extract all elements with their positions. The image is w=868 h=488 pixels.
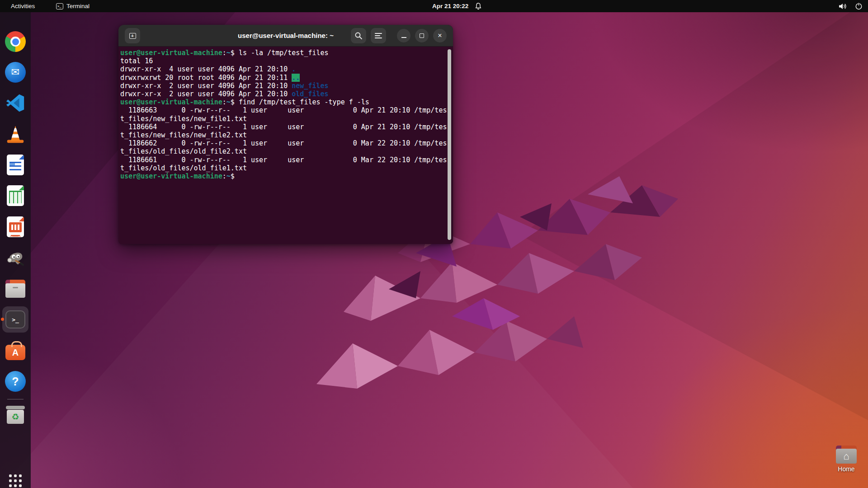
terminal-line: t_files/new_files/new_file2.txt xyxy=(120,131,453,139)
terminal-line: drwxr-xr-x 2 user user 4096 Apr 21 20:10… xyxy=(120,82,453,90)
dock-item-libreoffice-writer[interactable] xyxy=(2,152,28,178)
menu-button[interactable] xyxy=(371,28,386,43)
dock-item-chrome[interactable] xyxy=(2,28,28,55)
terminal-line: user@user-virtual-machine:~$ ls -la /tmp… xyxy=(120,49,453,57)
clock-button[interactable]: Apr 21 20:22 xyxy=(429,0,485,12)
dock-item-vscode[interactable] xyxy=(2,90,28,116)
focused-app-label: Terminal xyxy=(66,3,90,9)
dock-item-files[interactable] xyxy=(2,276,28,302)
dock-item-gimp[interactable] xyxy=(2,244,28,271)
vscode-icon xyxy=(5,93,26,113)
dock-item-help[interactable]: ? xyxy=(2,368,28,394)
show-applications-button[interactable] xyxy=(2,468,28,488)
hamburger-menu-icon xyxy=(375,33,382,39)
files-icon xyxy=(5,280,26,298)
dock-divider xyxy=(7,399,24,399)
trash-icon: ♻ xyxy=(6,406,25,424)
system-status-area[interactable] xyxy=(839,0,863,12)
terminal-line: t_files/old_files/old_file1.txt xyxy=(120,164,453,172)
dock-item-vlc[interactable] xyxy=(2,121,28,147)
volume-icon xyxy=(839,3,847,10)
terminal-icon: >_ xyxy=(5,310,25,328)
libreoffice-impress-icon xyxy=(7,216,24,237)
running-indicator-dot xyxy=(1,318,4,321)
dock-item-trash[interactable]: ♻ xyxy=(2,402,28,428)
clock-label: Apr 21 20:22 xyxy=(432,3,468,9)
home-folder-icon: ⌂ xyxy=(835,446,858,464)
help-icon: ? xyxy=(5,371,26,392)
search-icon xyxy=(354,32,363,40)
house-icon: ⌂ xyxy=(843,450,849,462)
dock-item-ubuntu-software[interactable]: A xyxy=(2,338,28,364)
activities-label: Activities xyxy=(11,3,35,9)
terminal-line: user@user-virtual-machine:~$ xyxy=(120,172,453,180)
home-folder-launcher[interactable]: ⌂ Home xyxy=(832,446,861,473)
terminal-line: drwxrwxrwt 20 root root 4096 Apr 21 20:1… xyxy=(120,74,453,82)
power-icon xyxy=(855,2,863,10)
focused-app-menu[interactable]: >_ Terminal xyxy=(53,0,92,12)
chrome-icon xyxy=(5,31,26,52)
vlc-icon xyxy=(5,124,26,145)
close-button[interactable]: × xyxy=(433,29,447,42)
minimize-button[interactable] xyxy=(397,29,410,42)
thunderbird-icon: ✉ xyxy=(5,62,26,83)
desktop: Activities >_ Terminal Apr 21 20:22 xyxy=(0,0,868,488)
ubuntu-software-icon: A xyxy=(5,345,25,360)
libreoffice-writer-icon xyxy=(7,155,24,175)
top-bar: Activities >_ Terminal Apr 21 20:22 xyxy=(0,0,868,12)
activities-button[interactable]: Activities xyxy=(7,0,38,12)
terminal-line: 1186662 0 -rw-r--r-- 1 user user 0 Mar 2… xyxy=(120,139,453,147)
dock: ✉ xyxy=(0,12,31,488)
terminal-line: 1186661 0 -rw-r--r-- 1 user user 0 Mar 2… xyxy=(120,156,453,164)
dock-item-libreoffice-calc[interactable] xyxy=(2,183,28,209)
maximize-icon xyxy=(420,33,424,38)
dock-item-terminal[interactable]: >_ xyxy=(2,306,28,333)
terminal-content[interactable]: user@user-virtual-machine:~$ ls -la /tmp… xyxy=(118,47,453,244)
terminal-line: drwxr-xr-x 4 user user 4096 Apr 21 20:10… xyxy=(120,65,453,73)
terminal-window: + user@user-virtual-machine: ~ xyxy=(118,25,453,244)
dock-item-libreoffice-impress[interactable] xyxy=(2,214,28,240)
gimp-icon xyxy=(5,247,26,268)
dock-item-thunderbird[interactable]: ✉ xyxy=(2,59,28,85)
terminal-line: user@user-virtual-machine:~$ find /tmp/t… xyxy=(120,98,453,106)
close-icon: × xyxy=(438,32,442,39)
minimize-icon xyxy=(401,37,406,38)
terminal-line: 1186663 0 -rw-r--r-- 1 user user 0 Apr 2… xyxy=(120,106,453,114)
terminal-line: 1186664 0 -rw-r--r-- 1 user user 0 Apr 2… xyxy=(120,123,453,131)
terminal-line: total 16 xyxy=(120,57,453,65)
terminal-line: drwxr-xr-x 2 user user 4096 Apr 21 20:10… xyxy=(120,90,453,98)
terminal-line: t_files/old_files/old_file2.txt xyxy=(120,147,453,155)
show-applications-icon xyxy=(9,474,22,487)
notification-bell-icon xyxy=(475,2,482,10)
home-folder-label: Home xyxy=(832,465,861,473)
libreoffice-calc-icon xyxy=(7,185,24,206)
terminal-output: user@user-virtual-machine:~$ ls -la /tmp… xyxy=(120,49,453,180)
terminal-titlebar[interactable]: + user@user-virtual-machine: ~ xyxy=(118,25,453,47)
terminal-scrollbar[interactable] xyxy=(448,49,451,240)
maximize-button[interactable] xyxy=(415,29,429,42)
search-button[interactable] xyxy=(351,28,366,43)
terminal-line: t_files/new_files/new_file1.txt xyxy=(120,115,453,123)
terminal-app-icon: >_ xyxy=(56,3,63,9)
